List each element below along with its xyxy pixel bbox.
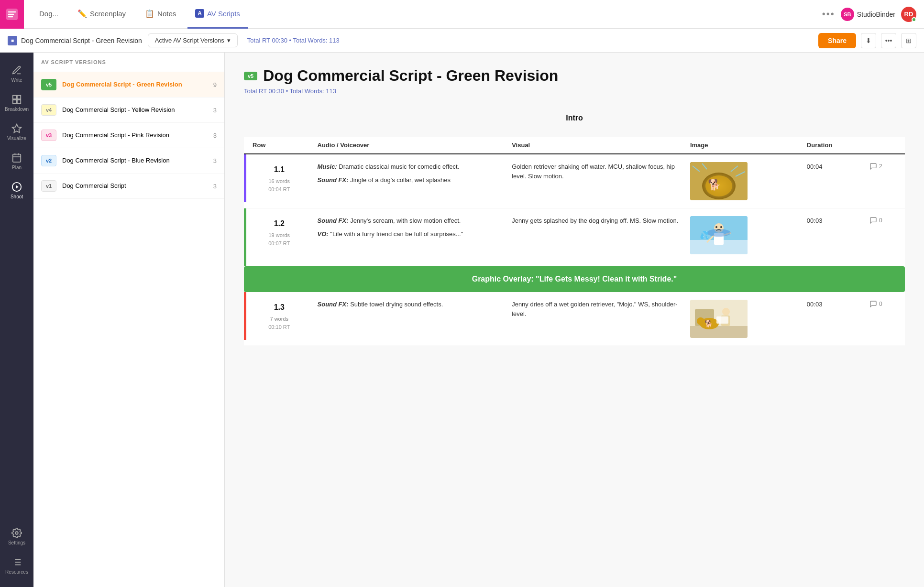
version-count-v4: 3 [213,107,217,114]
col-visual: Visual [506,137,684,154]
version-name-v5: Dog Commercial Script - Green Revision [62,80,208,89]
more-options-icon-button[interactable]: ••• [881,33,896,48]
sidebar-item-settings[interactable]: Settings [0,523,33,550]
sidebar-shoot-label: Shoot [11,194,23,199]
svg-point-43 [697,317,704,325]
row-number-1-1: 1.1 16 words 00:04 RT [253,162,306,193]
svg-text:💦: 💦 [700,230,709,239]
graphic-overlay: Graphic Overlay: "Life Gets Messy! Clean… [244,266,905,292]
version-badge-v1: v1 [41,180,56,192]
sidebar-item-visualize[interactable]: Visualize [0,119,33,146]
svg-rect-6 [13,154,21,163]
version-item-v1[interactable]: v1 Dog Commercial Script 3 [33,174,224,199]
table-header-row: Row Audio / Voiceover Visual Image Durat… [244,137,905,154]
sidebar-plan-label: Plan [12,165,22,170]
sidebar-item-write[interactable]: Write [0,60,33,87]
image-cell-1-1: 🐕 [684,154,801,208]
script-title: Dog Commercial Script - Green Revision [263,67,558,85]
svg-point-35 [715,226,717,228]
versions-panel: AV SCRIPT VERSIONS v5 Dog Commercial Scr… [33,53,225,587]
tab-dog-label: Dog... [39,10,58,18]
tab-notes-label: Notes [157,10,176,18]
sidebar-item-plan[interactable]: Plan [0,148,33,175]
svg-point-33 [707,229,731,237]
avscripts-icon: A [195,9,204,18]
version-name-v4: Dog Commercial Script - Yellow Revision [62,106,208,114]
version-item-v2[interactable]: v2 Dog Commercial Script - Blue Revision… [33,148,224,174]
version-badge-v3: v3 [41,130,56,141]
comment-cell-1-1[interactable]: 2 [864,154,905,208]
download-icon-button[interactable]: ⬇ [861,33,876,48]
visual-cell-1-1: Golden retriever shaking off water. MCU,… [506,154,684,208]
version-item-v3[interactable]: v3 Dog Commercial Script - Pink Revision… [33,123,224,148]
storyboard-image-1-1: 🐕 [690,162,748,200]
overlay-row: Graphic Overlay: "Life Gets Messy! Clean… [244,266,905,293]
col-image: Image [684,137,801,154]
col-row: Row [247,137,312,154]
comment-cell-1-2[interactable]: 0 [864,208,905,266]
row-number-1-2: 1.2 19 words 00:07 RT [247,208,312,266]
tab-notes[interactable]: 📋 Notes [137,0,184,29]
duration-1-3: 00:03 [801,292,864,346]
svg-rect-4 [17,100,21,103]
tab-screenplay[interactable]: ✏️ Screenplay [70,0,133,29]
screenplay-icon: ✏️ [77,9,87,18]
tab-avscripts[interactable]: A AV Scripts [187,0,248,29]
version-count-v3: 3 [213,132,217,139]
visual-cell-1-2: Jenny gets splashed by the dog drying of… [506,208,684,266]
svg-marker-5 [12,124,21,132]
sidebar-visualize-label: Visualize [7,136,26,141]
version-name-v3: Dog Commercial Script - Pink Revision [62,131,208,140]
grid-view-icon-button[interactable]: ⊞ [901,33,916,48]
version-item-v5[interactable]: v5 Dog Commercial Script - Green Revisio… [33,72,224,98]
tab-dog[interactable]: Dog... [32,0,66,29]
table-row: 1.1 16 words 00:04 RT Music: Dramatic cl… [244,154,905,208]
dropdown-chevron-icon: ▾ [227,37,231,44]
online-indicator [912,17,916,22]
sidebar-settings-label: Settings [8,540,25,545]
share-button[interactable]: Share [818,33,856,48]
studiobinder-label: StudioBinder [857,11,895,18]
more-options-button[interactable]: ••• [822,9,835,20]
storyboard-image-1-2: 💦 [690,216,748,254]
svg-rect-38 [690,326,748,338]
main-layout: Write Breakdown Visualize Plan Shoot Set… [0,53,924,587]
studiobinder-button[interactable]: SB StudioBinder [841,8,895,21]
table-row: 1.3 7 words 00:10 RT Sound FX: Subtle to… [244,292,905,346]
version-name-v2: Dog Commercial Script - Blue Revision [62,156,208,165]
image-cell-1-2: 💦 [684,208,801,266]
audio-cell-1-3: Sound FX: Subtle towel drying sound effe… [312,292,506,346]
image-cell-1-3: 🐕 [684,292,801,346]
main-content: v5 Dog Commercial Script - Green Revisio… [225,53,924,587]
comment-cell-1-3[interactable]: 0 [864,292,905,346]
svg-rect-3 [13,100,16,103]
svg-marker-11 [16,185,19,188]
notes-icon: 📋 [145,9,154,18]
top-nav: Dog... ✏️ Screenplay 📋 Notes A AV Script… [0,0,924,29]
sidebar-item-resources[interactable]: Resources [0,552,33,579]
sidebar-item-shoot[interactable]: Shoot [0,177,33,204]
storyboard-image-1-3: 🐕 [690,300,748,338]
sidebar-breakdown-label: Breakdown [5,107,29,112]
svg-rect-1 [13,96,16,99]
col-duration: Duration [801,137,864,154]
script-table: Row Audio / Voiceover Visual Image Durat… [244,137,905,346]
version-count-v5: 9 [213,81,217,88]
sub-nav: ■ Dog Commercial Script - Green Revision… [0,29,924,53]
version-dropdown[interactable]: Active AV Script Versions ▾ [148,33,238,47]
version-item-v4[interactable]: v4 Dog Commercial Script - Yellow Revisi… [33,98,224,123]
version-count-v2: 3 [213,157,217,164]
col-audio: Audio / Voiceover [312,137,506,154]
app-logo[interactable] [0,0,24,29]
versions-heading: AV SCRIPT VERSIONS [33,53,224,72]
svg-point-40 [722,308,730,315]
version-badge-v4: v4 [41,104,56,116]
doc-icon: ■ [8,36,17,45]
sidebar-item-breakdown[interactable]: Breakdown [0,89,33,117]
version-count-v1: 3 [213,183,217,190]
user-avatar[interactable]: RD [901,7,916,22]
doc-title-area: ■ Dog Commercial Script - Green Revision [8,36,142,45]
svg-text:🐕: 🐕 [707,178,721,191]
nav-right: ••• SB StudioBinder RD [822,7,916,22]
svg-rect-45 [716,316,728,324]
